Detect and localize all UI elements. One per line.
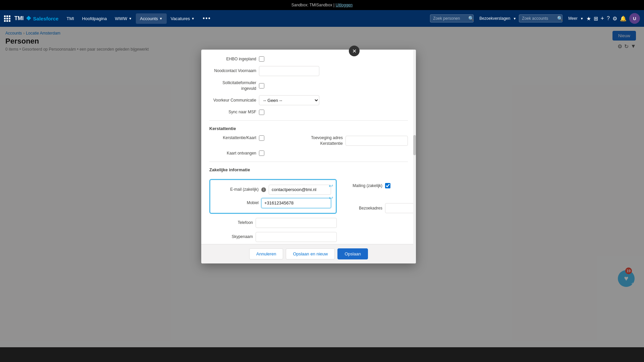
kaart-field-group: Kaart ontvangen xyxy=(209,150,408,156)
voorkeur-label: Voorkeur Communicatie xyxy=(209,98,256,103)
sf-header: TMI ❖ Salesforce TMI Hoofdpagina WWW ▼ A… xyxy=(0,10,644,27)
modal-footer: Annuleren Opslaan en nieuw Opslaan xyxy=(201,244,416,263)
search-accounts-icon: 🔍 xyxy=(557,16,563,21)
nav-bar: TMI Hoofdpagina WWW ▼ Accounts ▼ Vacatur… xyxy=(62,11,426,26)
modal-close-container: ✕ xyxy=(349,46,360,56)
noodcontact-input[interactable] xyxy=(259,66,319,76)
kaart-label: Kaart ontvangen xyxy=(209,150,256,156)
mobiel-input[interactable] xyxy=(261,198,331,208)
nav-vacatures[interactable]: Vacatures ▼ xyxy=(167,13,199,24)
email-label: E-mail (zakelijk) xyxy=(215,187,259,192)
add-icon[interactable]: + xyxy=(601,15,604,22)
mailing-field-group: Mailing (zakelijk) xyxy=(342,183,416,189)
ehbo-field-group: EHBO ingepland xyxy=(209,56,408,62)
zakelijk-left: ↩ ↩ E-mail (zakelijk) i Mobiel xyxy=(209,176,337,244)
nav-hoofdpagina[interactable]: Hoofdpagina xyxy=(78,13,111,24)
kaart-row: Kaart ontvangen xyxy=(209,150,408,156)
kerstattentie-row: Kerstattentie/Kaart Toevoeging adres Ker… xyxy=(209,135,408,146)
noodcontact-field-group: Noodcontact Voornaam xyxy=(209,66,408,76)
save-button[interactable]: Opslaan xyxy=(337,248,368,259)
voorkeur-field-group: Voorkeur Communicatie -- Geen -- xyxy=(209,95,408,105)
sollicitatie-field-group: Sollicitatieformulier ingevuld xyxy=(209,80,408,92)
undo-mobiel-icon[interactable]: ↩ xyxy=(329,195,333,201)
top-bar: Sandbox: TMISandbox | Uitloggen xyxy=(0,0,644,10)
noodcontact-label: Noodcontact Voornaam xyxy=(209,68,256,74)
main-content: Accounts › Locatie Amsterdam Personen 0 … xyxy=(0,27,644,347)
salesforce-brand: Salesforce xyxy=(33,16,59,21)
save-new-button[interactable]: Opslaan en nieuw xyxy=(286,248,335,259)
skype-input[interactable] xyxy=(256,232,337,242)
sync-field-group: Sync naar MSF xyxy=(209,109,408,115)
tmi-brand: TMI xyxy=(14,15,24,21)
nav-www[interactable]: WWW ▼ xyxy=(111,13,136,24)
sync-row: Sync naar MSF xyxy=(209,109,408,115)
ehbo-checkbox[interactable] xyxy=(259,56,264,62)
chevron-down-icon: ▼ xyxy=(191,17,195,20)
grid-apps-icon[interactable]: ⊞ xyxy=(594,15,598,22)
chevron-down-icon: ▼ xyxy=(580,17,584,20)
bezoekadres-row: Bezoekadres xyxy=(342,203,416,213)
mailing-row: Mailing (zakelijk) xyxy=(342,183,416,189)
header-right: 🔍 Bezoekverslagen ▼ 🔍 Meer ▼ ★ ⊞ + ? ⚙ 🔔… xyxy=(430,13,640,24)
bell-icon[interactable]: 🔔 xyxy=(620,15,627,22)
search-accounts-input[interactable] xyxy=(519,14,562,22)
kerstattentie-section-title: Kerstattentie xyxy=(209,126,408,131)
undo-email-icon[interactable]: ↩ xyxy=(329,183,333,189)
voorkeur-row: Voorkeur Communicatie -- Geen -- xyxy=(209,95,408,105)
skype-row: Skypenaam xyxy=(209,232,337,242)
visit-reports-label[interactable]: Bezoekverslagen xyxy=(479,16,510,21)
user-avatar[interactable]: U xyxy=(629,13,640,24)
more-label[interactable]: Meer xyxy=(568,16,577,21)
telefoon-input[interactable] xyxy=(256,218,337,228)
search-persons-icon: 🔍 xyxy=(468,16,474,21)
settings-icon[interactable]: ⚙ xyxy=(612,15,617,22)
app-grid-icon[interactable] xyxy=(4,15,10,22)
mobiel-row: Mobiel xyxy=(215,198,331,208)
modal-body: EHBO ingepland Noodcontact Voornaam Soll… xyxy=(201,50,416,244)
kerstattentie-field-group: Kerstattentie/Kaart xyxy=(209,135,284,141)
sandbox-text: Sandbox: TMISandbox | xyxy=(291,3,334,7)
toevoeging-label: Toevoeging adres Kerstattentie xyxy=(289,135,343,146)
toevoeging-field-group: Toevoeging adres Kerstattentie xyxy=(289,135,408,146)
sollicitatie-row: Sollicitatieformulier ingevuld xyxy=(209,80,408,92)
noodcontact-row: Noodcontact Voornaam xyxy=(209,66,408,76)
bezoekadres-input[interactable] xyxy=(385,203,416,213)
kaart-checkbox[interactable] xyxy=(259,150,264,156)
modal-close-button[interactable]: ✕ xyxy=(349,46,360,56)
chevron-down-icon: ▼ xyxy=(128,17,132,20)
cloud-icon: ❖ xyxy=(26,15,31,22)
divider-1 xyxy=(209,120,408,121)
highlight-box: ↩ ↩ E-mail (zakelijk) i Mobiel xyxy=(209,179,337,214)
sync-label: Sync naar MSF xyxy=(209,109,256,115)
help-icon[interactable]: ? xyxy=(607,15,610,21)
voorkeur-select[interactable]: -- Geen -- xyxy=(259,95,319,105)
email-input[interactable] xyxy=(269,185,331,195)
ehbo-row: EHBO ingepland xyxy=(209,56,408,62)
nav-more[interactable]: ••• xyxy=(199,12,215,25)
chevron-down-icon: ▼ xyxy=(513,17,516,20)
divider-2 xyxy=(209,162,408,162)
star-icon[interactable]: ★ xyxy=(586,15,591,22)
modal-scrollbar[interactable] xyxy=(413,50,416,263)
mailing-label: Mailing (zakelijk) xyxy=(342,183,382,189)
search-persons-input[interactable] xyxy=(430,14,474,22)
modal-scrollbar-thumb xyxy=(413,135,416,155)
kerstattentie-checkbox[interactable] xyxy=(259,135,264,141)
ehbo-label: EHBO ingepland xyxy=(209,56,256,62)
chevron-down-icon: ▼ xyxy=(159,17,163,20)
email-info-icon[interactable]: i xyxy=(261,187,266,192)
logout-link[interactable]: Uitloggen xyxy=(335,3,353,7)
kerstattentie-label: Kerstattentie/Kaart xyxy=(209,135,256,141)
skype-label: Skypenaam xyxy=(209,234,253,240)
sollicitatie-label: Sollicitatieformulier ingevuld xyxy=(209,80,256,92)
sollicitatie-checkbox[interactable] xyxy=(259,83,264,88)
sync-checkbox[interactable] xyxy=(259,110,264,115)
cancel-button[interactable]: Annuleren xyxy=(249,248,283,259)
mobiel-label: Mobiel xyxy=(215,200,259,206)
nav-tmi[interactable]: TMI xyxy=(62,13,78,24)
sf-logo: TMI ❖ Salesforce xyxy=(14,15,58,22)
nav-accounts[interactable]: Accounts ▼ xyxy=(136,13,166,24)
zakelijk-layout: ↩ ↩ E-mail (zakelijk) i Mobiel xyxy=(209,176,408,244)
mailing-checkbox[interactable] xyxy=(385,183,390,188)
toevoeging-input[interactable] xyxy=(345,136,408,146)
